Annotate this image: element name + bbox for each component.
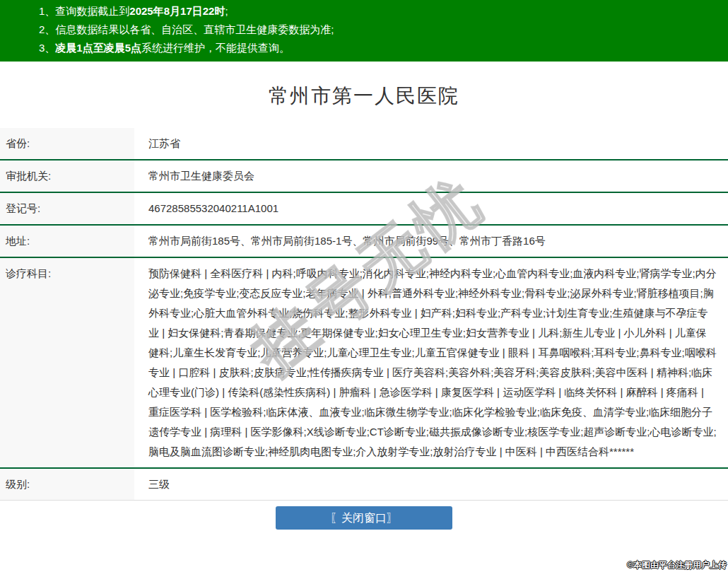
copyright-watermark: ©本图由平台注册用户上传 <box>627 559 727 571</box>
button-row: 〖关闭窗口〗 <box>0 506 728 530</box>
notice-3-suffix: 系统进行维护，不能提供查询。 <box>141 42 290 54</box>
field-value: 三级 <box>134 469 728 500</box>
close-window-button[interactable]: 〖关闭窗口〗 <box>276 506 452 530</box>
info-row-level: 级别: 三级 <box>0 469 728 501</box>
notice-bar: 1、查询数据截止到2025年8月17日22时; 2、信息数据结果以各省、自治区、… <box>0 0 728 62</box>
field-value: 预防保健科 | 全科医疗科 | 内科;呼吸内科专业;消化内科专业;神经内科专业;… <box>134 258 728 467</box>
notice-line-3: 3、凌晨1点至凌晨5点系统进行维护，不能提供查询。 <box>39 39 721 57</box>
notice-line-1: 1、查询数据截止到2025年8月17日22时; <box>39 2 721 21</box>
field-label: 诊疗科目: <box>0 258 134 467</box>
field-label: 地址: <box>0 226 134 257</box>
field-label: 审批机关: <box>0 160 134 192</box>
field-label: 级别: <box>0 469 134 500</box>
field-value: 常州市局前街185号、常州市局前街185-1号、常州市局前街99号、常州市丁香路… <box>134 226 728 257</box>
info-row-registration-number: 登记号: 46728585532040211A1001 <box>0 193 728 226</box>
field-label: 省份: <box>0 128 134 159</box>
field-value: 46728585532040211A1001 <box>134 193 728 224</box>
notice-1-suffix: ; <box>225 5 228 17</box>
notice-line-2: 2、信息数据结果以各省、自治区、直辖市卫生健康委数据为准; <box>39 21 721 39</box>
notice-3-bold: 凌晨1点至凌晨5点 <box>55 42 141 54</box>
page-title: 常州市第一人民医院 <box>0 83 728 110</box>
field-label: 登记号: <box>0 193 134 224</box>
info-row-province: 省份: 江苏省 <box>0 128 728 160</box>
notice-3-prefix: 3、 <box>39 42 55 54</box>
info-row-approval-authority: 审批机关: 常州市卫生健康委员会 <box>0 160 728 193</box>
hospital-info-table: 省份: 江苏省 审批机关: 常州市卫生健康委员会 登记号: 4672858553… <box>0 128 728 501</box>
notice-1-prefix: 1、查询数据截止到 <box>39 5 129 17</box>
info-row-medical-departments: 诊疗科目: 预防保健科 | 全科医疗科 | 内科;呼吸内科专业;消化内科专业;神… <box>0 258 728 469</box>
info-row-address: 地址: 常州市局前街185号、常州市局前街185-1号、常州市局前街99号、常州… <box>0 226 728 258</box>
notice-1-bold: 2025年8月17日22时 <box>129 5 225 17</box>
notice-2-text: 2、信息数据结果以各省、自治区、直辖市卫生健康委数据为准; <box>39 23 334 35</box>
field-value: 江苏省 <box>134 128 728 159</box>
field-value: 常州市卫生健康委员会 <box>134 160 728 192</box>
